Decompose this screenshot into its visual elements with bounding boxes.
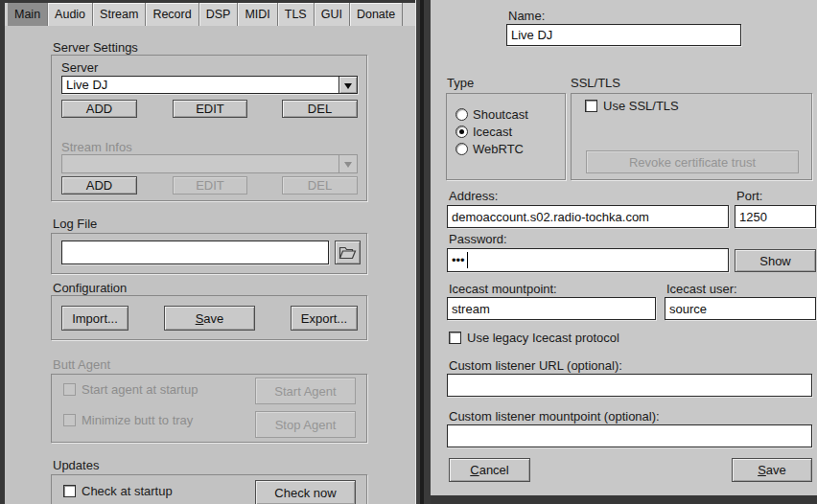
webrtc-radio[interactable] xyxy=(455,143,468,155)
server-combobox-value: Live DJ xyxy=(66,78,107,92)
server-add-button[interactable]: ADD xyxy=(61,100,137,118)
tab-main[interactable]: Main xyxy=(8,3,48,26)
stream-add-button[interactable]: ADD xyxy=(61,176,137,195)
start-agent-label: Start Agent xyxy=(274,384,336,399)
stream-add-label: ADD xyxy=(86,178,112,193)
address-label: Address: xyxy=(449,189,498,203)
start-agent-at-startup-label: Start agent at startup xyxy=(82,382,198,397)
legacy-protocol-label: Use legacy Icecast protocol xyxy=(467,331,619,345)
tab-record[interactable]: Record xyxy=(146,3,198,26)
stream-infos-combobox xyxy=(61,154,358,173)
type-group: Shoutcast Icecast WebRTC xyxy=(446,93,566,180)
window-frame-divider xyxy=(415,0,431,504)
chevron-down-icon xyxy=(338,155,357,172)
tab-bar: Main Audio Stream Record DSP MIDI TLS GU… xyxy=(5,3,415,26)
port-input[interactable] xyxy=(735,205,816,228)
password-label: Password: xyxy=(449,232,507,246)
minimize-to-tray-checkbox xyxy=(63,414,76,426)
port-label: Port: xyxy=(736,189,762,203)
shoutcast-label: Shoutcast xyxy=(473,107,528,122)
password-input[interactable] xyxy=(447,248,729,272)
server-settings-group: Server Live DJ ADD EDIT DEL Stream Infos… xyxy=(51,55,367,201)
browse-log-file-button[interactable] xyxy=(335,241,361,264)
configuration-title: Configuration xyxy=(53,281,127,295)
icecast-user-input[interactable] xyxy=(665,297,816,320)
check-at-startup-label: Check at startup xyxy=(82,484,173,498)
folder-icon xyxy=(338,245,357,260)
butt-agent-title: Butt Agent xyxy=(53,357,110,372)
configuration-group: Import... Save Export... xyxy=(51,295,367,340)
icecast-label: Icecast xyxy=(473,125,512,139)
export-label: Export... xyxy=(301,311,347,326)
listener-mountpoint-input[interactable] xyxy=(447,424,812,447)
icecast-mountpoint-input[interactable] xyxy=(447,297,656,320)
save-config-label: Save xyxy=(196,311,224,326)
server-del-button[interactable]: DEL xyxy=(282,100,358,118)
updates-group: Check at startup Check now xyxy=(51,474,367,504)
save-config-button[interactable]: Save xyxy=(164,306,255,331)
ssl-group-title: SSL/TLS xyxy=(571,76,620,90)
listener-url-input[interactable] xyxy=(447,374,812,397)
server-settings-title: Server Settings xyxy=(53,40,138,55)
icecast-user-label: Icecast user: xyxy=(666,282,737,296)
show-password-label: Show xyxy=(759,254,791,268)
stop-agent-button: Stop Agent xyxy=(255,411,356,438)
minimize-to-tray-label: Minimize butt to tray xyxy=(82,413,193,427)
tab-donate[interactable]: Donate xyxy=(350,3,403,26)
stream-infos-label: Stream Infos xyxy=(61,140,132,154)
start-agent-at-startup-checkbox xyxy=(63,383,76,396)
listener-mountpoint-label: Custom listener mountpoint (optional): xyxy=(449,409,660,424)
server-combobox[interactable]: Live DJ xyxy=(61,76,358,94)
export-button[interactable]: Export... xyxy=(291,306,358,331)
tab-dsp[interactable]: DSP xyxy=(199,3,239,26)
show-password-button[interactable]: Show xyxy=(735,249,816,272)
ssl-group: Use SSL/TLS Revoke certificate trust xyxy=(571,93,812,180)
chevron-down-icon[interactable] xyxy=(338,77,357,93)
cancel-button[interactable]: Cancel xyxy=(449,458,530,482)
save-label: Save xyxy=(758,463,786,477)
stream-del-button: DEL xyxy=(282,176,358,195)
check-now-button[interactable]: Check now xyxy=(255,480,356,504)
server-add-label: ADD xyxy=(86,102,112,116)
use-ssl-checkbox[interactable] xyxy=(585,100,597,112)
legacy-protocol-checkbox[interactable] xyxy=(449,332,461,344)
type-group-title: Type xyxy=(447,76,474,90)
tab-stream[interactable]: Stream xyxy=(93,3,146,26)
log-file-title: Log File xyxy=(53,217,97,231)
server-edit-label: EDIT xyxy=(196,102,224,116)
import-button[interactable]: Import... xyxy=(61,306,128,331)
webrtc-label: WebRTC xyxy=(473,142,524,156)
check-at-startup-checkbox[interactable] xyxy=(63,485,76,497)
revoke-certificate-label: Revoke certificate trust xyxy=(629,155,756,170)
butt-main-window: Main Audio Stream Record DSP MIDI TLS GU… xyxy=(5,3,415,504)
tab-audio[interactable]: Audio xyxy=(48,3,93,26)
use-ssl-label: Use SSL/TLS xyxy=(603,99,679,113)
tab-midi[interactable]: MIDI xyxy=(238,3,277,26)
import-label: Import... xyxy=(72,311,118,326)
address-input[interactable] xyxy=(447,205,729,228)
cancel-label: Cancel xyxy=(470,463,508,477)
tab-gui[interactable]: GUI xyxy=(315,3,350,26)
tab-tls[interactable]: TLS xyxy=(278,3,315,26)
stream-edit-label: EDIT xyxy=(196,178,224,193)
server-del-label: DEL xyxy=(308,102,332,116)
listener-url-label: Custom listener URL (optional): xyxy=(449,358,622,373)
name-input[interactable] xyxy=(506,24,741,46)
password-field-wrap xyxy=(447,248,729,272)
server-label: Server xyxy=(61,60,98,75)
start-agent-button: Start Agent xyxy=(255,378,356,404)
name-label: Name: xyxy=(508,9,545,23)
updates-title: Updates xyxy=(53,458,99,472)
log-file-input[interactable] xyxy=(61,241,329,264)
stop-agent-label: Stop Agent xyxy=(275,418,337,432)
shoutcast-radio[interactable] xyxy=(455,108,468,121)
stream-del-label: DEL xyxy=(308,178,332,193)
icecast-radio[interactable] xyxy=(455,126,468,138)
save-button[interactable]: Save xyxy=(732,458,812,482)
icecast-mountpoint-label: Icecast mountpoint: xyxy=(449,282,557,296)
stream-edit-button: EDIT xyxy=(173,176,247,195)
server-edit-button[interactable]: EDIT xyxy=(173,100,247,118)
check-now-label: Check now xyxy=(274,486,336,500)
tab-bar-filler xyxy=(403,3,415,26)
butt-agent-group: Start agent at startup Start Agent Minim… xyxy=(51,374,367,443)
